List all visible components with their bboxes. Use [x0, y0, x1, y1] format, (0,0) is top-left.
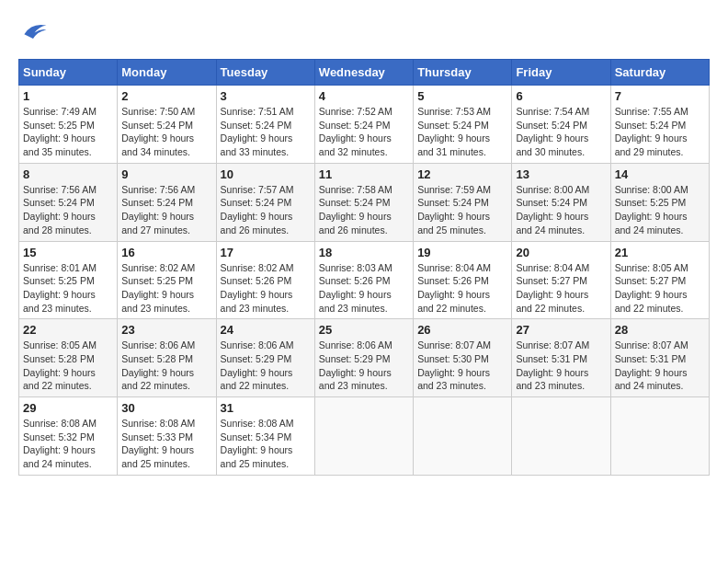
calendar-day-cell: [314, 397, 413, 476]
daylight-label: Daylight: 9 hours and 24 minutes.: [615, 367, 688, 392]
weekday-header: Sunday: [19, 60, 118, 86]
weekday-header: Tuesday: [216, 60, 314, 86]
day-number: 24: [221, 323, 311, 337]
daylight-label: Daylight: 9 hours and 23 minutes.: [23, 289, 96, 314]
day-info: Sunrise: 7:55 AM Sunset: 5:24 PM Dayligh…: [615, 105, 705, 159]
daylight-label: Daylight: 9 hours and 24 minutes.: [615, 211, 688, 236]
day-number: 23: [121, 323, 211, 337]
daylight-label: Daylight: 9 hours and 24 minutes.: [516, 211, 588, 236]
sunset-label: Sunset: 5:30 PM: [417, 353, 489, 364]
day-info: Sunrise: 8:03 AM Sunset: 5:26 PM Dayligh…: [319, 261, 409, 316]
day-number: 18: [319, 246, 409, 259]
daylight-label: Daylight: 9 hours and 23 minutes.: [221, 289, 293, 314]
sunrise-label: Sunrise: 8:04 AM: [516, 262, 589, 273]
sunrise-label: Sunrise: 7:49 AM: [23, 106, 97, 117]
sunset-label: Sunset: 5:24 PM: [516, 120, 587, 131]
logo: [18, 18, 53, 44]
sunrise-label: Sunrise: 8:06 AM: [319, 339, 392, 350]
sunset-label: Sunset: 5:24 PM: [319, 120, 391, 131]
daylight-label: Daylight: 9 hours and 28 minutes.: [23, 211, 96, 236]
sunset-label: Sunset: 5:24 PM: [221, 197, 292, 208]
day-number: 1: [23, 89, 113, 103]
calendar-day-cell: 2 Sunrise: 7:50 AM Sunset: 5:24 PM Dayli…: [118, 86, 216, 164]
sunrise-label: Sunrise: 8:07 AM: [417, 339, 491, 350]
calendar-day-cell: 17 Sunrise: 8:02 AM Sunset: 5:26 PM Dayl…: [216, 241, 314, 319]
calendar-day-cell: 15 Sunrise: 8:01 AM Sunset: 5:25 PM Dayl…: [19, 241, 118, 319]
day-info: Sunrise: 8:06 AM Sunset: 5:29 PM Dayligh…: [319, 339, 409, 393]
day-info: Sunrise: 8:07 AM Sunset: 5:31 PM Dayligh…: [516, 339, 606, 393]
sunrise-label: Sunrise: 7:59 AM: [417, 184, 491, 195]
daylight-label: Daylight: 9 hours and 22 minutes.: [23, 367, 96, 392]
day-info: Sunrise: 7:56 AM Sunset: 5:24 PM Dayligh…: [121, 183, 211, 237]
daylight-label: Daylight: 9 hours and 30 minutes.: [516, 132, 588, 157]
calendar-week-row: 29 Sunrise: 8:08 AM Sunset: 5:32 PM Dayl…: [19, 397, 710, 476]
daylight-label: Daylight: 9 hours and 22 minutes.: [221, 367, 293, 392]
sunrise-label: Sunrise: 8:06 AM: [121, 339, 195, 350]
sunrise-label: Sunrise: 7:55 AM: [615, 106, 688, 117]
daylight-label: Daylight: 9 hours and 22 minutes.: [615, 289, 688, 314]
sunset-label: Sunset: 5:31 PM: [516, 353, 587, 364]
sunset-label: Sunset: 5:24 PM: [23, 197, 95, 208]
calendar-day-cell: 31 Sunrise: 8:08 AM Sunset: 5:34 PM Dayl…: [216, 397, 314, 476]
day-info: Sunrise: 7:52 AM Sunset: 5:24 PM Dayligh…: [319, 105, 409, 159]
sunset-label: Sunset: 5:24 PM: [516, 197, 587, 208]
sunset-label: Sunset: 5:24 PM: [221, 120, 292, 131]
day-number: 11: [319, 167, 409, 181]
calendar-day-cell: 9 Sunrise: 7:56 AM Sunset: 5:24 PM Dayli…: [118, 163, 216, 241]
day-number: 9: [121, 167, 211, 181]
sunrise-label: Sunrise: 8:05 AM: [23, 339, 97, 350]
calendar-day-cell: 16 Sunrise: 8:02 AM Sunset: 5:25 PM Dayl…: [118, 241, 216, 319]
sunrise-label: Sunrise: 8:07 AM: [516, 339, 589, 350]
sunrise-label: Sunrise: 8:07 AM: [615, 339, 688, 350]
daylight-label: Daylight: 9 hours and 22 minutes.: [121, 367, 194, 392]
day-number: 30: [121, 401, 211, 415]
day-number: 27: [516, 323, 606, 337]
calendar-day-cell: [512, 397, 610, 476]
sunset-label: Sunset: 5:32 PM: [23, 431, 95, 442]
sunrise-label: Sunrise: 7:53 AM: [417, 106, 491, 117]
daylight-label: Daylight: 9 hours and 23 minutes.: [121, 289, 194, 314]
daylight-label: Daylight: 9 hours and 33 minutes.: [221, 132, 293, 157]
day-number: 28: [615, 323, 705, 337]
day-info: Sunrise: 8:05 AM Sunset: 5:27 PM Dayligh…: [615, 261, 705, 316]
day-info: Sunrise: 8:04 AM Sunset: 5:27 PM Dayligh…: [516, 261, 606, 316]
sunrise-label: Sunrise: 8:08 AM: [121, 418, 195, 429]
day-info: Sunrise: 8:01 AM Sunset: 5:25 PM Dayligh…: [23, 261, 113, 316]
sunset-label: Sunset: 5:26 PM: [221, 275, 292, 286]
sunrise-label: Sunrise: 8:01 AM: [23, 262, 97, 273]
sunrise-label: Sunrise: 8:00 AM: [615, 184, 688, 195]
weekday-header: Saturday: [610, 60, 709, 86]
calendar-day-cell: [610, 397, 709, 476]
calendar-day-cell: 13 Sunrise: 8:00 AM Sunset: 5:24 PM Dayl…: [512, 163, 610, 241]
daylight-label: Daylight: 9 hours and 29 minutes.: [615, 132, 688, 157]
day-number: 4: [319, 89, 409, 103]
calendar-day-cell: 1 Sunrise: 7:49 AM Sunset: 5:25 PM Dayli…: [19, 86, 118, 164]
sunrise-label: Sunrise: 8:02 AM: [121, 262, 195, 273]
calendar-day-cell: 29 Sunrise: 8:08 AM Sunset: 5:32 PM Dayl…: [19, 397, 118, 476]
sunset-label: Sunset: 5:27 PM: [516, 275, 587, 286]
daylight-label: Daylight: 9 hours and 23 minutes.: [319, 289, 392, 314]
calendar-day-cell: 10 Sunrise: 7:57 AM Sunset: 5:24 PM Dayl…: [216, 163, 314, 241]
sunset-label: Sunset: 5:29 PM: [319, 353, 391, 364]
day-number: 20: [516, 246, 606, 259]
calendar-day-cell: 24 Sunrise: 8:06 AM Sunset: 5:29 PM Dayl…: [216, 319, 314, 397]
day-number: 21: [615, 246, 705, 259]
daylight-label: Daylight: 9 hours and 23 minutes.: [516, 367, 588, 392]
day-info: Sunrise: 8:00 AM Sunset: 5:25 PM Dayligh…: [615, 183, 705, 237]
calendar-day-cell: 19 Sunrise: 8:04 AM Sunset: 5:26 PM Dayl…: [414, 241, 512, 319]
sunset-label: Sunset: 5:24 PM: [121, 120, 193, 131]
day-info: Sunrise: 7:57 AM Sunset: 5:24 PM Dayligh…: [221, 183, 311, 237]
sunrise-label: Sunrise: 7:51 AM: [221, 106, 294, 117]
sunset-label: Sunset: 5:24 PM: [615, 120, 687, 131]
daylight-label: Daylight: 9 hours and 24 minutes.: [23, 444, 96, 469]
day-info: Sunrise: 7:53 AM Sunset: 5:24 PM Dayligh…: [417, 105, 507, 159]
calendar-week-row: 15 Sunrise: 8:01 AM Sunset: 5:25 PM Dayl…: [19, 241, 710, 319]
calendar-day-cell: 30 Sunrise: 8:08 AM Sunset: 5:33 PM Dayl…: [118, 397, 216, 476]
day-number: 2: [121, 89, 211, 103]
daylight-label: Daylight: 9 hours and 23 minutes.: [417, 367, 490, 392]
day-info: Sunrise: 8:02 AM Sunset: 5:25 PM Dayligh…: [121, 261, 211, 316]
day-number: 19: [417, 246, 507, 259]
sunset-label: Sunset: 5:24 PM: [319, 197, 391, 208]
day-number: 5: [417, 89, 507, 103]
sunset-label: Sunset: 5:28 PM: [121, 353, 193, 364]
